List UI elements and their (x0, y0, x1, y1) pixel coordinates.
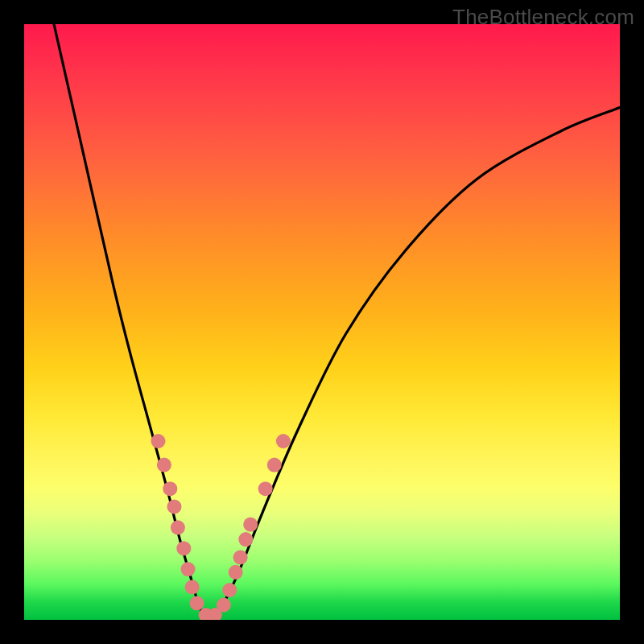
data-marker (151, 434, 166, 448)
plot-area (24, 24, 620, 620)
bottleneck-curve (54, 24, 620, 620)
data-marker (258, 481, 273, 496)
data-marker (217, 598, 231, 613)
data-marker (229, 565, 243, 580)
data-marker (267, 458, 282, 473)
watermark-text: TheBottleneck.com (452, 5, 634, 30)
data-marker (222, 583, 237, 597)
data-marker (163, 481, 177, 496)
data-marker (171, 520, 185, 535)
data-marker (157, 458, 171, 473)
curve-group (54, 24, 620, 620)
bottleneck-curve-svg (24, 24, 620, 620)
data-marker (176, 541, 191, 555)
data-marker (181, 562, 196, 576)
chart-frame: TheBottleneck.com (0, 0, 644, 644)
data-markers (151, 434, 291, 620)
data-marker (238, 532, 253, 547)
data-marker (190, 596, 204, 610)
data-marker (233, 550, 248, 564)
data-marker (185, 580, 200, 594)
data-marker (276, 434, 291, 448)
data-marker (167, 499, 181, 514)
data-marker (243, 518, 258, 532)
